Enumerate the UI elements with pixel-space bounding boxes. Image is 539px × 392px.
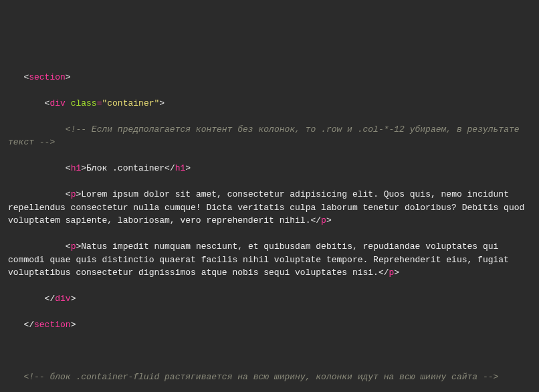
code-line: <p>Lorem ipsum dolor sit amet, consectet…	[8, 188, 531, 227]
code-line: <h1>Блок .container</h1>	[8, 162, 531, 175]
code-line: <section>	[8, 71, 531, 84]
code-editor-view[interactable]: <section> <div class="container"> <!-- Е…	[8, 58, 531, 392]
code-line: </div>	[8, 292, 531, 306]
code-line: <!-- Если предполагается контент без кол…	[8, 123, 531, 149]
code-line: </section>	[8, 318, 531, 332]
code-line	[8, 345, 531, 358]
code-line: <p>Natus impedit numquam nesciunt, et qu…	[8, 240, 531, 280]
code-line: <!-- блок .container-fluid растягивается…	[8, 371, 531, 384]
code-line: <div class="container">	[8, 97, 531, 110]
